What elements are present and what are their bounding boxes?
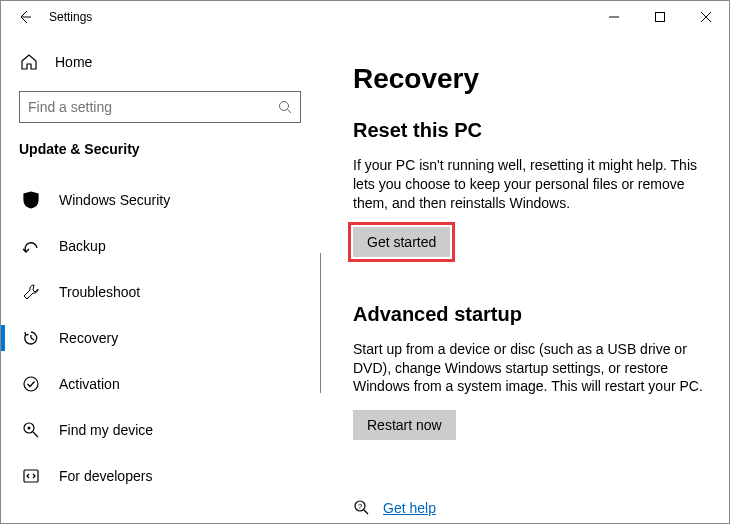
svg-text:?: ? (358, 502, 363, 511)
sidebar-section-label: Update & Security (19, 141, 321, 157)
restart-now-button[interactable]: Restart now (353, 410, 456, 440)
svg-point-11 (28, 427, 31, 430)
sidebar-home-label: Home (55, 54, 92, 70)
sidebar-item-label: Find my device (59, 422, 153, 438)
wrench-icon (21, 283, 41, 301)
sidebar-item-label: Activation (59, 376, 120, 392)
maximize-button[interactable] (637, 1, 683, 33)
get-help-link[interactable]: Get help (383, 500, 436, 516)
sidebar-nav: Windows Security Backup Troubleshoot Rec… (19, 177, 321, 499)
svg-line-6 (288, 110, 292, 114)
check-circle-icon (21, 375, 41, 393)
reset-body: If your PC isn't running well, resetting… (353, 156, 705, 213)
titlebar: Settings (1, 1, 729, 33)
close-button[interactable] (683, 1, 729, 33)
svg-point-9 (24, 377, 38, 391)
svg-line-12 (33, 432, 38, 437)
sidebar-item-find-my-device[interactable]: Find my device (19, 407, 321, 453)
svg-rect-2 (656, 13, 665, 22)
window-title: Settings (49, 10, 92, 24)
back-button[interactable] (9, 1, 41, 33)
get-started-button[interactable]: Get started (353, 227, 450, 257)
sidebar-item-label: Recovery (59, 330, 118, 346)
sidebar-item-recovery[interactable]: Recovery (19, 315, 321, 361)
help-icon: ? (353, 499, 371, 517)
backup-icon (21, 238, 41, 254)
reset-heading: Reset this PC (353, 119, 705, 142)
developer-icon (21, 467, 41, 485)
sidebar-item-troubleshoot[interactable]: Troubleshoot (19, 269, 321, 315)
search-icon (278, 100, 292, 114)
window-controls (591, 1, 729, 33)
advanced-body: Start up from a device or disc (such as … (353, 340, 705, 397)
minimize-button[interactable] (591, 1, 637, 33)
sidebar-item-label: For developers (59, 468, 152, 484)
search-box[interactable] (19, 91, 301, 123)
sidebar-item-backup[interactable]: Backup (19, 223, 321, 269)
page-title: Recovery (353, 63, 705, 95)
main-content: Recovery Reset this PC If your PC isn't … (321, 33, 729, 523)
sidebar-item-label: Backup (59, 238, 106, 254)
sidebar-item-windows-security[interactable]: Windows Security (19, 177, 321, 223)
svg-line-16 (364, 510, 368, 514)
sidebar-item-label: Windows Security (59, 192, 170, 208)
sidebar-item-label: Troubleshoot (59, 284, 140, 300)
sidebar-home[interactable]: Home (19, 43, 321, 81)
home-icon (19, 53, 39, 71)
advanced-heading: Advanced startup (353, 303, 705, 326)
svg-point-5 (280, 102, 289, 111)
location-icon (21, 421, 41, 439)
sidebar: Home Update & Security Windows Security … (1, 33, 321, 523)
sidebar-item-activation[interactable]: Activation (19, 361, 321, 407)
search-input[interactable] (28, 99, 278, 115)
svg-line-8 (31, 338, 34, 340)
help-row: ? Get help (353, 499, 436, 517)
sidebar-item-for-developers[interactable]: For developers (19, 453, 321, 499)
recovery-icon (21, 329, 41, 347)
svg-rect-13 (24, 470, 38, 482)
shield-icon (21, 191, 41, 209)
